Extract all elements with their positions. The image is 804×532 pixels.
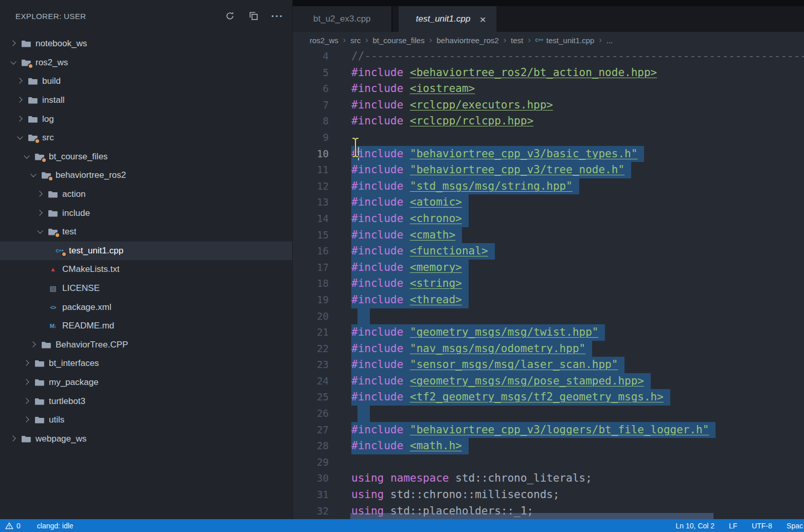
- folder-icon: [48, 209, 58, 218]
- code-line-22[interactable]: 22#include "nav_msgs/msg/odometry.hpp": [293, 341, 804, 357]
- folder-icon: [21, 39, 31, 48]
- tab-test_unit1[interactable]: test_unit1.cpp ×: [399, 6, 496, 32]
- indent-indicator[interactable]: Spac: [787, 522, 803, 530]
- code-line-19[interactable]: 19#include <thread>: [293, 292, 804, 308]
- breadcrumb-item-bt_course_files[interactable]: bt_course_files: [373, 36, 425, 45]
- breadcrumb-item-test_unit1cpp[interactable]: C++test_unit1.cpp: [535, 36, 595, 45]
- code-line-31[interactable]: 31using std::chrono::milliseconds;: [293, 487, 804, 503]
- line-number: 10: [293, 146, 329, 162]
- code-line-7[interactable]: 7#include <rclcpp/executors.hpp>: [293, 97, 804, 114]
- code-line-13[interactable]: 13#include <atomic>: [293, 194, 804, 211]
- line-number: 25: [293, 389, 329, 406]
- tree-item-include[interactable]: include: [0, 204, 292, 223]
- tree-item-BehaviorTree.CPP[interactable]: BehaviorTree.CPP: [0, 336, 292, 355]
- eol-indicator[interactable]: LF: [729, 522, 737, 530]
- code-line-11[interactable]: 11#include "behaviortree_cpp_v3/tree_nod…: [293, 162, 804, 178]
- code-line-25[interactable]: 25#include <tf2_geometry_msgs/tf2_geomet…: [293, 389, 804, 406]
- code-line-21[interactable]: 21#include "geometry_msgs/msg/twist.hpp": [293, 324, 804, 341]
- line-number: 9: [293, 130, 329, 146]
- tree-item-src[interactable]: src: [0, 129, 292, 148]
- file-tree: notebook_wsros2_wsbuildinstalllogsrcbt_c…: [0, 32, 292, 448]
- status-right: Ln 10, Col 2 LF UTF-8 Spac: [676, 522, 804, 530]
- tab-bt_u2_ex3[interactable]: bt_u2_ex3.cpp: [293, 6, 392, 32]
- code-line-28[interactable]: 28#include <math.h>: [293, 438, 804, 454]
- tree-item-test_unit1.cpp[interactable]: C++test_unit1.cpp: [0, 242, 292, 261]
- tree-item-notebook_ws[interactable]: notebook_ws: [0, 34, 292, 53]
- code-line-15[interactable]: 15#include <cmath>: [293, 227, 804, 244]
- breadcrumb-item-src[interactable]: src: [350, 36, 361, 45]
- tree-item-action[interactable]: action: [0, 185, 292, 204]
- folder-icon: [34, 415, 45, 425]
- code-text: #include <rclcpp/rclcpp.hpp>: [351, 113, 533, 130]
- breadcrumb-separator-icon: ›: [429, 35, 432, 45]
- code-line-14[interactable]: 14#include <chrono>: [293, 211, 804, 227]
- tree-item-build[interactable]: build: [0, 72, 292, 91]
- code-line-5[interactable]: 5#include <behaviortree_ros2/bt_action_n…: [293, 65, 804, 81]
- tree-item-label: turtlebot3: [49, 396, 85, 407]
- line-number: 24: [293, 373, 329, 390]
- code-line-29[interactable]: 29: [293, 454, 804, 471]
- code-line-10[interactable]: 10#include "behaviortree_cpp_v3/basic_ty…: [293, 146, 804, 162]
- code-line-18[interactable]: 18#include <string>: [293, 276, 804, 292]
- code-line-6[interactable]: 6#include <iostream>: [293, 81, 804, 97]
- code-line-9[interactable]: 9: [293, 130, 804, 146]
- line-number: 16: [293, 243, 329, 260]
- code-line-30[interactable]: 30using namespace std::chrono_literals;: [293, 470, 804, 487]
- tree-item-log[interactable]: log: [0, 109, 292, 129]
- modified-dot: [55, 232, 60, 238]
- markdown-file-icon: M↓: [48, 321, 58, 331]
- tree-item-test[interactable]: test: [0, 223, 292, 242]
- problems-indicator[interactable]: 0 clangd: idle: [0, 522, 74, 530]
- tree-item-package.xml[interactable]: <>package.xml: [0, 298, 292, 317]
- tree-item-label: webpage_ws: [35, 434, 86, 444]
- folder-icon: [41, 171, 51, 180]
- code-line-16[interactable]: 16#include <functional>: [293, 243, 804, 260]
- code-text: #include <memory>: [351, 260, 469, 276]
- tree-item-CMakeLists.txt[interactable]: ▲CMakeLists.txt: [0, 260, 292, 279]
- modified-dot: [41, 157, 47, 163]
- code-text: #include <cmath>: [351, 227, 462, 244]
- tree-item-webpage_ws[interactable]: webpage_ws: [0, 429, 292, 448]
- code-line-8[interactable]: 8#include <rclcpp/rclcpp.hpp>: [293, 113, 804, 130]
- line-number: 18: [293, 276, 329, 292]
- tree-item-install[interactable]: install: [0, 91, 292, 110]
- tree-item-label: README.md: [62, 321, 114, 331]
- tree-item-bt_interfaces[interactable]: bt_interfaces: [0, 354, 292, 373]
- code-line-4[interactable]: 4//-------------------------------------…: [293, 48, 804, 65]
- cursor-position[interactable]: Ln 10, Col 2: [676, 522, 715, 530]
- tree-item-behaviortree_ros2[interactable]: behaviortree_ros2: [0, 166, 292, 185]
- tree-item-LICENSE[interactable]: ▤LICENSE: [0, 279, 292, 298]
- indent-spacer: [36, 321, 45, 331]
- lsp-status[interactable]: clangd: idle: [37, 522, 74, 530]
- tree-item-README.md[interactable]: M↓README.md: [0, 317, 292, 336]
- code-line-23[interactable]: 23#include "sensor_msgs/msg/laser_scan.h…: [293, 357, 804, 373]
- code-line-24[interactable]: 24#include <geometry_msgs/msg/pose_stamp…: [293, 373, 804, 390]
- refresh-icon[interactable]: [224, 10, 236, 22]
- line-number: 5: [293, 65, 329, 81]
- breadcrumb-item-test[interactable]: test: [511, 36, 523, 45]
- code-line-17[interactable]: 17#include <memory>: [293, 260, 804, 276]
- folder-icon: [21, 58, 31, 67]
- code-line-27[interactable]: 27#include "behaviortree_cpp_v3/loggers/…: [293, 422, 804, 438]
- more-actions-icon[interactable]: ···: [272, 10, 283, 22]
- tree-item-bt_course_files[interactable]: bt_course_files: [0, 148, 292, 167]
- tree-item-turtlebot3[interactable]: turtlebot3: [0, 392, 292, 411]
- horizontal-scrollbar[interactable]: [350, 513, 713, 519]
- encoding-indicator[interactable]: UTF-8: [752, 522, 772, 530]
- code-line-20[interactable]: 20: [293, 308, 804, 325]
- breadcrumb-item-[interactable]: ...: [606, 36, 613, 45]
- tree-item-ros2_ws[interactable]: ros2_ws: [0, 53, 292, 72]
- breadcrumb-item-ros2_ws[interactable]: ros2_ws: [310, 36, 338, 45]
- open-editors-icon[interactable]: [248, 10, 259, 22]
- code-line-26[interactable]: 26: [293, 406, 804, 422]
- explorer-title: EXPLORER: USER: [15, 12, 224, 21]
- tree-item-utils[interactable]: utils: [0, 411, 292, 430]
- code-text: #include <atomic>: [351, 194, 469, 211]
- close-icon[interactable]: ×: [479, 14, 486, 25]
- code-text: #include <behaviortree_ros2/bt_action_no…: [351, 65, 657, 81]
- code-line-12[interactable]: 12#include "std_msgs/msg/string.hpp": [293, 178, 804, 195]
- code-editor[interactable]: 4//-------------------------------------…: [293, 48, 804, 519]
- chevron-right-icon: [9, 39, 19, 48]
- breadcrumb-item-behaviortree_ros2[interactable]: behaviortree_ros2: [437, 36, 499, 45]
- tree-item-my_package[interactable]: my_package: [0, 373, 292, 392]
